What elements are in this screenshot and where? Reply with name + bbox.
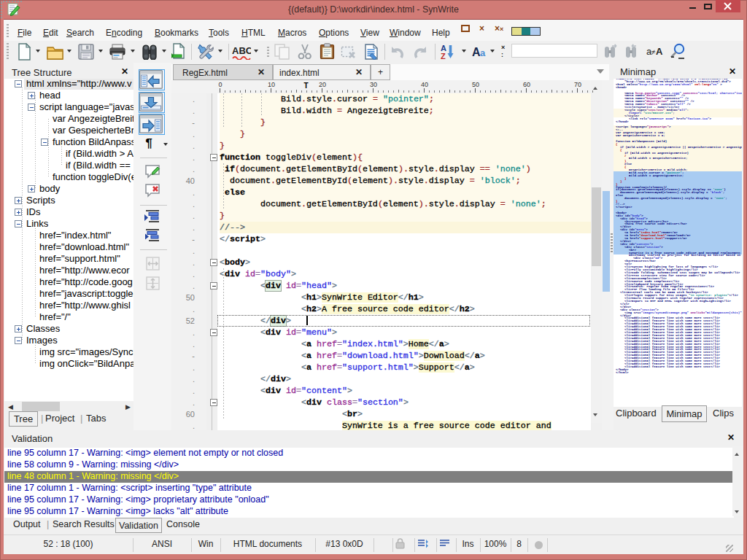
svg-text:ABC: ABC — [232, 45, 251, 56]
svg-text:Z: Z — [441, 52, 446, 60]
svg-text:a: a — [480, 47, 486, 58]
svg-text:A: A — [656, 46, 663, 57]
